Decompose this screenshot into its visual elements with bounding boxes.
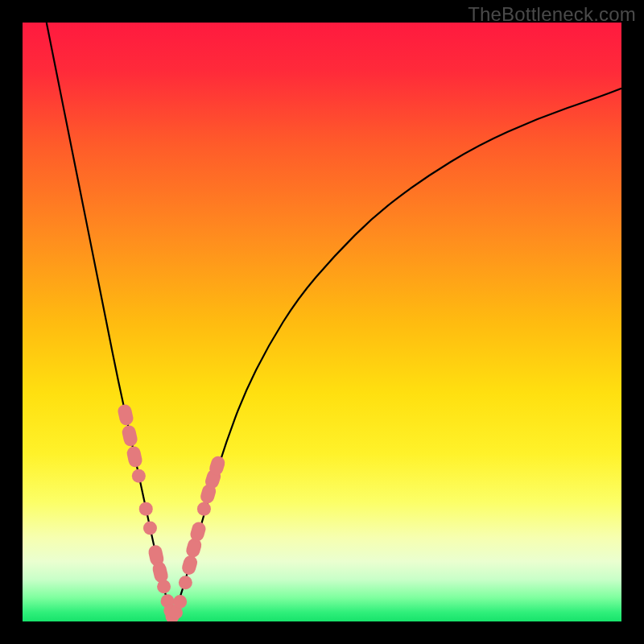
chart-svg — [23, 23, 621, 621]
highlight-marker — [197, 502, 211, 516]
gradient-background — [23, 23, 621, 621]
highlight-marker — [139, 502, 153, 516]
highlight-marker — [179, 576, 192, 589]
plot-area — [23, 23, 621, 621]
highlight-marker — [173, 595, 187, 609]
highlight-marker — [157, 580, 171, 593]
chart-frame: TheBottleneck.com — [0, 0, 644, 644]
watermark-label: TheBottleneck.com — [468, 3, 636, 26]
highlight-marker — [143, 521, 157, 535]
highlight-marker — [132, 469, 146, 483]
